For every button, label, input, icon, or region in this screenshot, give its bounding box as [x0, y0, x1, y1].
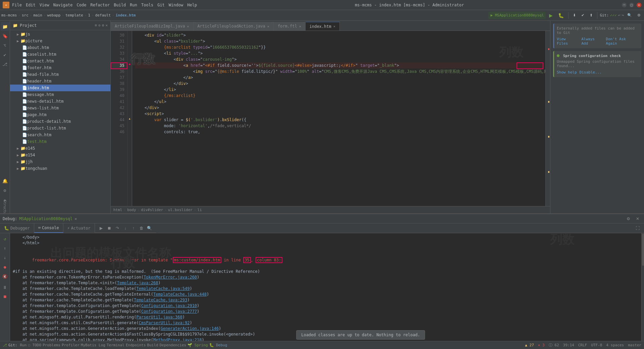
link-cmsparserutil[interactable]: CmsParserUtil.java:92 [139, 320, 190, 325]
status-debug[interactable]: 🐛 Debug [209, 343, 227, 347]
status-mybatis[interactable]: MyBatis Log [81, 343, 105, 347]
console-pause-icon[interactable]: ⏸ [1, 283, 9, 292]
debug-tab-debugger[interactable]: 🐛 Debugger [0, 223, 34, 233]
project-settings[interactable]: ⚙ [102, 23, 104, 28]
status-spring[interactable]: 🌱 Spring [187, 343, 208, 347]
settings-button[interactable]: ⚙ [635, 11, 643, 19]
run-config[interactable]: ▶ MSApplication8080mysql [488, 12, 546, 19]
tab-close-1[interactable]: ✕ [267, 24, 269, 28]
console-up-icon[interactable]: ↑ [1, 244, 9, 253]
tree-item-about[interactable]: 📄 about.htm [10, 44, 110, 51]
dbg-stepout[interactable]: ↑ [130, 225, 137, 232]
status-branch[interactable]: master [628, 343, 641, 347]
notif-spring-showhelp[interactable]: Show help [557, 70, 577, 74]
tree-item-product-list[interactable]: 📄 product-list.htm [10, 125, 110, 132]
menu-refactor[interactable]: Refactor [90, 3, 110, 7]
debug-session-close[interactable]: ✕ [74, 216, 77, 221]
menu-code[interactable]: Code [77, 3, 87, 7]
notif-git-viewfiles[interactable]: View Files [557, 37, 579, 46]
tree-item-search[interactable]: 📄 search.htm [10, 132, 110, 138]
debug-button[interactable]: 🐛 [556, 11, 566, 19]
sidebar-project-icon[interactable]: 📁 [1, 22, 9, 31]
bc-project[interactable]: ms-mcms [1, 13, 17, 17]
close-button[interactable]: ✕ [637, 3, 641, 7]
link-generateraction[interactable]: GeneraterAction.java:146 [161, 326, 219, 331]
tree-item-footer[interactable]: 📄 footer.htm [10, 64, 110, 71]
menu-file[interactable]: File [12, 3, 22, 7]
link-config-gettemplate2[interactable]: Configuration.java:2777 [141, 309, 197, 314]
status-indent[interactable]: 4 spaces [606, 343, 624, 347]
tree-item-caselist[interactable]: 📄 caselist.htm [10, 51, 110, 58]
console-down-icon[interactable]: ↓ [1, 253, 9, 262]
tab-indexhtm[interactable]: index.htm ✕ [306, 22, 340, 31]
sidebar-git-icon[interactable]: ⎇ [1, 60, 9, 68]
sidebar-structure-icon[interactable]: ⌥ [1, 41, 9, 50]
status-terminal[interactable]: Terminal [107, 343, 124, 347]
run-button[interactable]: ▶ [547, 11, 555, 19]
link-parserutil[interactable]: ParserUtil.java:360 [136, 315, 182, 319]
bc-file[interactable]: index.htm [116, 13, 136, 17]
tab-articlefileuploadbizimpl[interactable]: ArticleFileuploadBizImpl.java ✕ [111, 22, 194, 31]
status-dependencies[interactable]: Dependencies [160, 343, 186, 347]
git-push[interactable]: ⬆ [588, 11, 595, 19]
link-config-gettemplate1[interactable]: Configuration.java:2910 [141, 303, 197, 308]
sidebar-notifications-icon[interactable]: 🔔 [1, 177, 9, 185]
tree-item-index[interactable]: 📄 index.htm [10, 85, 110, 91]
console-mute-icon[interactable]: 🔇 [1, 272, 9, 281]
sidebar-structure2-icon[interactable]: Structure [2, 205, 7, 213]
dbg-clear[interactable]: 🗑 [138, 225, 145, 232]
debug-close-btn[interactable]: ✕ [634, 215, 641, 222]
notif-git-dontask[interactable]: Don't Ask Again [606, 37, 639, 46]
menu-navigate[interactable]: Navigate [53, 3, 73, 7]
menu-view[interactable]: View [40, 3, 49, 7]
notif-spring-disable[interactable]: Disable... [580, 70, 602, 74]
console-output[interactable]: </body> </html> freemarker.core.ParseExc… [10, 233, 641, 341]
bc-main[interactable]: main [33, 13, 42, 17]
bc-template[interactable]: template [65, 13, 83, 17]
bc-webapp[interactable]: webapp [47, 13, 61, 17]
minimize-button[interactable]: ─ [622, 3, 627, 7]
git-redo[interactable]: ↪ [622, 13, 624, 17]
dbg-stepinto[interactable]: ↓ [122, 225, 129, 232]
project-close[interactable]: ✕ [105, 23, 108, 28]
tree-item-page[interactable]: 📄 page.htm [10, 111, 110, 118]
link-templatecache-gettemplate[interactable]: TemplateCache.java:293 [134, 298, 187, 302]
tab-articlefileuploadaction[interactable]: ArticleFileuploadAction.java ✕ [194, 22, 274, 31]
sidebar-bookmark-icon[interactable]: 🔖 [1, 32, 9, 40]
dbg-resume[interactable]: ▶ [98, 225, 105, 232]
status-git[interactable]: ⎇ [3, 343, 7, 347]
status-warnings[interactable]: ▲ 27 [525, 343, 534, 347]
tab-close-3[interactable]: ✕ [333, 24, 335, 28]
bc-src[interactable]: src [22, 13, 29, 17]
code-content[interactable]: <div id="slider"> <ul class="bxslider"> … [132, 31, 545, 206]
status-build[interactable]: Build [147, 343, 158, 347]
tree-item-test[interactable]: 📄 test.htm [10, 138, 110, 145]
tree-item-jjh[interactable]: ▶ 📁 jjh [10, 158, 110, 165]
tree-item-head-file[interactable]: 📄 head-file.htm [10, 71, 110, 78]
console-breakpoint-icon[interactable]: ● [1, 263, 9, 271]
git-commit[interactable]: ✔ [579, 11, 586, 19]
tree-item-product-detail[interactable]: 📄 product-detail.htm [10, 118, 110, 125]
editor-scrollbar[interactable] [545, 31, 550, 206]
status-encoding[interactable]: UTF-8 [591, 343, 602, 347]
link-template[interactable]: Template.java:268 [117, 281, 158, 285]
maximize-button[interactable]: □ [629, 3, 634, 7]
tab-close-0[interactable]: ✕ [187, 24, 189, 28]
menu-help[interactable]: Help [187, 3, 197, 7]
menu-edit[interactable]: Edit [26, 3, 36, 7]
tree-item-js[interactable]: ▶ 📁 js [10, 31, 110, 38]
git-update[interactable]: ⬇ [571, 11, 578, 19]
sidebar-settings-icon[interactable]: ⚙ [1, 186, 9, 195]
link-methodproxy[interactable]: MethodProxy.java:218 [153, 338, 202, 341]
link-templatecache-load[interactable]: TemplateCache.java:549 [136, 286, 190, 291]
notif-git-alwaysadd[interactable]: Always Add [581, 37, 603, 46]
console-scrollbar[interactable] [641, 233, 644, 341]
project-scroll-to[interactable]: ⊙ [98, 23, 101, 28]
status-endpoints[interactable]: Endpoints [126, 343, 146, 347]
debug-tab-actuator[interactable]: ⚡ Actuator [63, 223, 95, 233]
status-run[interactable]: Run [20, 343, 27, 347]
project-collapse-all[interactable]: ≡ [95, 23, 97, 28]
debug-settings-btn[interactable]: ⚙ [625, 215, 632, 222]
tree-item-e154[interactable]: ▶ 📁 e154 [10, 152, 110, 158]
tree-item-contact[interactable]: 📄 contact.htm [10, 58, 110, 64]
